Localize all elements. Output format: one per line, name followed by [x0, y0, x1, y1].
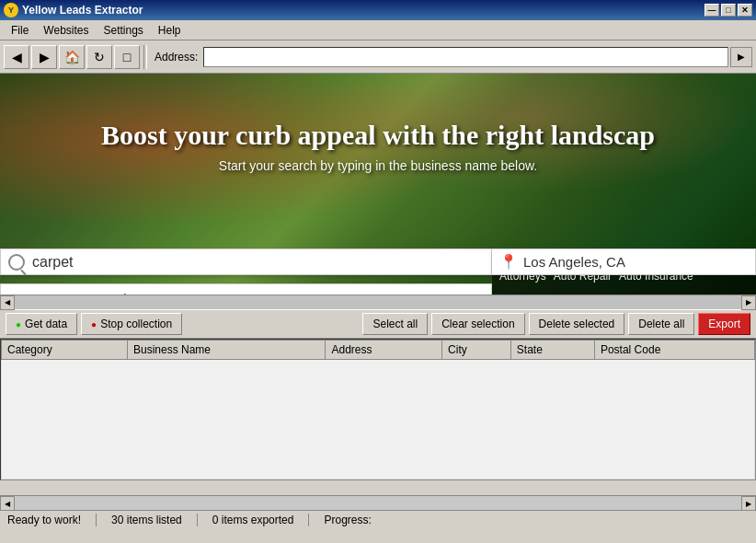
table-header-row: Category Business Name Address City Stat… — [2, 341, 755, 360]
window-controls: — □ ✕ — [704, 4, 752, 17]
delete-all-button[interactable]: Delete all — [628, 313, 694, 335]
search-input[interactable] — [32, 254, 484, 271]
search-overlay: 📍 Los Angeles, CA — [0, 248, 756, 275]
status-ready: Ready to work! — [7, 514, 97, 526]
action-bar: Get data Stop collection Select all Clea… — [0, 309, 756, 339]
suggestions-dropdown: carpet & Rug Cleaners carpet & Rug Deale… — [0, 283, 492, 295]
delete-selected-button[interactable]: Delete selected — [529, 313, 625, 335]
browser-content: Boost your curb appeal with the right la… — [0, 74, 756, 295]
bottom-scroll-left[interactable]: ◀ — [0, 496, 15, 511]
table-body — [2, 360, 755, 479]
scroll-left-button[interactable]: ◀ — [0, 295, 15, 310]
clear-selection-button[interactable]: Clear selection — [431, 313, 524, 335]
scroll-right-button[interactable]: ▶ — [741, 295, 756, 310]
address-label: Address: — [155, 51, 198, 64]
home-button[interactable]: 🏠 — [59, 45, 85, 69]
maximize-button[interactable]: □ — [721, 4, 736, 17]
toolbar: ◀ ▶ 🏠 ↻ □ Address: ▶ — [0, 40, 756, 74]
hero-title: Boost your curb appeal with the right la… — [0, 120, 756, 151]
suggestion-item-1[interactable]: carpet & Rug Cleaners — [1, 284, 491, 295]
data-table-wrapper: Category Business Name Address City Stat… — [0, 339, 756, 495]
separator — [143, 45, 147, 69]
stop-button[interactable]: □ — [114, 45, 140, 69]
stop-collection-button[interactable]: Stop collection — [81, 313, 182, 335]
get-data-button[interactable]: Get data — [6, 313, 77, 335]
data-table: Category Business Name Address City Stat… — [1, 340, 755, 479]
scroll-track[interactable] — [15, 295, 741, 309]
app-icon: Y — [4, 3, 18, 17]
status-items-exported: 0 items exported — [212, 514, 310, 526]
refresh-button[interactable]: ↻ — [86, 45, 112, 69]
hero-subtitle: Start your search by typing in the busin… — [0, 158, 756, 173]
menu-help[interactable]: Help — [151, 22, 189, 39]
go-button[interactable]: ▶ — [730, 47, 752, 67]
suggestion-text-1: pet & Rug Cleaners — [53, 292, 166, 295]
minimize-button[interactable]: — — [704, 4, 719, 17]
location-text: Los Angeles, CA — [523, 254, 625, 270]
data-table-container: Category Business Name Address City Stat… — [0, 339, 756, 480]
bottom-scroll-track[interactable] — [15, 496, 741, 510]
browser-h-scrollbar: ◀ ▶ — [0, 295, 756, 309]
back-button[interactable]: ◀ — [4, 45, 29, 69]
menu-websites[interactable]: Websites — [36, 22, 96, 39]
status-bar: Ready to work! 30 items listed 0 items e… — [0, 510, 756, 528]
forward-button[interactable]: ▶ — [31, 45, 57, 69]
col-address: Address — [326, 341, 442, 360]
hero-text: Boost your curb appeal with the right la… — [0, 120, 756, 173]
bottom-scroll-right[interactable]: ▶ — [741, 496, 756, 511]
export-button[interactable]: Export — [698, 313, 750, 335]
col-business-name: Business Name — [128, 341, 326, 360]
select-all-button[interactable]: Select all — [362, 313, 428, 335]
menu-file[interactable]: File — [4, 22, 36, 39]
col-state: State — [510, 341, 594, 360]
app-title: Yellow Leads Extractor — [22, 4, 704, 17]
search-icon — [8, 254, 25, 271]
status-items-listed: 30 items listed — [111, 514, 198, 526]
empty-table-cell — [2, 360, 755, 479]
menu-bar: File Websites Settings Help — [0, 20, 756, 40]
col-postal-code: Postal Code — [594, 341, 754, 360]
col-city: City — [442, 341, 511, 360]
status-progress-label: Progress: — [324, 514, 385, 526]
suggestion-bold-1: car — [34, 292, 53, 295]
title-bar: Y Yellow Leads Extractor — □ ✕ — [0, 0, 756, 20]
address-input[interactable] — [203, 47, 728, 67]
bottom-scrollbar: ◀ ▶ — [0, 495, 756, 510]
location-box: 📍 Los Angeles, CA — [492, 248, 756, 275]
menu-settings[interactable]: Settings — [96, 22, 150, 39]
close-button[interactable]: ✕ — [738, 4, 752, 17]
search-box — [0, 248, 492, 275]
main-content: Boost your curb appeal with the right la… — [0, 74, 756, 543]
location-pin-icon: 📍 — [499, 253, 518, 271]
col-category: Category — [2, 341, 128, 360]
